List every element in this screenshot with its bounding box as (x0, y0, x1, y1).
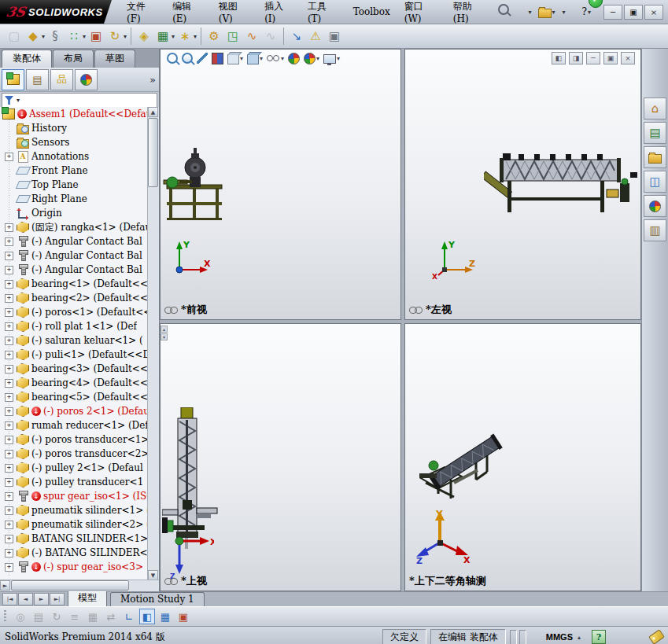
viewport-pane-top[interactable]: X Z *上视 (160, 323, 401, 591)
menu-item[interactable]: Toolbox (346, 3, 397, 20)
toolbar-button[interactable]: ◆ ▾ (24, 28, 45, 45)
quick-access-button[interactable]: ▾ (560, 7, 567, 17)
manager-tab-button[interactable] (2, 69, 24, 90)
toolbar-button[interactable]: ▦ ▾ (154, 28, 175, 45)
expander-icon[interactable] (5, 549, 13, 558)
tree-item[interactable]: rumah reducer<1> (Defaul (0, 418, 148, 432)
doc-window-button[interactable]: ◧ (552, 52, 566, 64)
expander-icon[interactable] (5, 252, 13, 260)
toolbar-button[interactable]: ▣ ▾ (87, 28, 105, 45)
tree-item[interactable]: Front Plane (0, 164, 148, 178)
tree-item[interactable]: bearing<4> (Default<<De (0, 376, 148, 390)
task-pane-button[interactable] (644, 146, 666, 168)
task-pane-button[interactable] (644, 195, 666, 217)
expander-icon[interactable] (5, 308, 13, 317)
hud-button[interactable]: ▾ (287, 52, 301, 65)
viewport-pane-isometric[interactable]: Y X Z *上下二等角轴测 (404, 323, 641, 591)
menu-item[interactable]: 编辑(E) (165, 0, 212, 28)
tree-item[interactable]: (-) saluran keluar<1> ( (0, 333, 148, 348)
hud-button[interactable]: ▾ (323, 52, 341, 64)
menu-item[interactable]: 视图(V) (212, 0, 257, 28)
tree-item[interactable]: pneumatik silinder<1> ( (0, 503, 148, 517)
expander-icon[interactable] (5, 223, 13, 232)
menu-item[interactable]: 文件(F) (120, 0, 165, 28)
motion-toolbar-button[interactable]: ▦ (157, 609, 173, 624)
expander-icon[interactable] (5, 153, 13, 161)
expander-icon[interactable] (5, 294, 13, 303)
motion-toolbar-button[interactable]: ▦ (85, 609, 101, 624)
manager-tab-button[interactable]: ▤ (26, 69, 49, 90)
tree-item[interactable]: bearing<5> (Default<<De (0, 390, 148, 404)
viewport-pane-front[interactable]: X Y *前视 (160, 49, 401, 320)
tree-item[interactable]: Annotations (0, 149, 148, 164)
menu-item[interactable]: 窗口(W) (397, 0, 446, 28)
tree-item[interactable]: (-) roll plat 1<1> (Def (0, 319, 148, 333)
tab-nav-button[interactable]: |◄ (2, 593, 17, 605)
expander-icon[interactable] (5, 421, 13, 430)
panel-tab[interactable]: 草图 (94, 50, 135, 68)
tag-icon[interactable] (648, 629, 665, 644)
tree-filter-box[interactable]: ▾ (2, 93, 157, 108)
tab-nav-button[interactable]: ►| (50, 593, 65, 605)
expander-icon[interactable] (5, 521, 13, 529)
toolbar-button[interactable]: ▣ ▾ (326, 28, 343, 45)
scroll-right-icon[interactable]: ► (0, 580, 10, 591)
task-pane-button[interactable]: ⌂ (644, 98, 666, 120)
expander-icon[interactable] (5, 351, 13, 359)
tree-item[interactable]: (-) pulley transducer<1 (0, 475, 148, 489)
document-tab[interactable]: Motion Study 1 (110, 592, 205, 606)
tree-item[interactable]: (固定) rangka<1> (Defaul (0, 220, 148, 234)
tree-item[interactable]: (-) poros transducer<2> (0, 447, 148, 461)
toolbar-button[interactable]: ◳ ▾ (224, 28, 242, 45)
doc-window-button[interactable]: ◨ (569, 52, 583, 64)
tree-vertical-scrollbar[interactable]: ▲ ▼ (147, 107, 159, 580)
units-selector[interactable]: MMGS (546, 632, 573, 642)
toolbar-button[interactable]: ∿ ▾ (262, 28, 279, 45)
task-pane-button[interactable]: ▤ (644, 122, 666, 144)
search-icon[interactable] (498, 4, 514, 20)
quick-access-button[interactable]: ▾ (526, 7, 533, 17)
expander-icon[interactable] (5, 322, 13, 331)
expand-panel-icon[interactable]: » (149, 74, 156, 86)
hud-button[interactable]: ▾ (227, 51, 244, 65)
document-tab[interactable]: 模型 (68, 590, 107, 606)
toolbar-button[interactable]: ▾ (283, 28, 284, 45)
scrollbar-thumb[interactable] (11, 580, 129, 591)
task-pane-button[interactable]: ▥ (644, 219, 666, 241)
tree-item[interactable]: (-) spur gear_iso<3> (0, 560, 148, 574)
tree-item[interactable]: (-) puli<1> (Default<<D (0, 348, 148, 362)
hud-button[interactable]: ▾ (166, 52, 179, 64)
quick-access-button[interactable]: ? ▾ (581, 5, 592, 19)
tree-item[interactable]: BATANG SILINDER<1> (Def (0, 532, 148, 546)
toolbar-button[interactable]: § ▾ (46, 28, 64, 45)
hud-button[interactable]: ▾ (303, 52, 320, 65)
quick-access-button[interactable]: ▾ (570, 7, 578, 17)
expander-icon[interactable] (5, 337, 13, 345)
expander-icon[interactable] (5, 478, 13, 487)
doc-window-button[interactable]: × (621, 52, 635, 64)
tree-item[interactable]: (-) Angular Contact Bal (0, 248, 148, 263)
tree-item[interactable]: bearing<1> (Default<<De (0, 277, 148, 291)
toolbar-button[interactable]: ▢ ▾ (6, 28, 23, 45)
expander-icon[interactable] (5, 393, 13, 402)
manager-tab-button[interactable]: 品 (50, 69, 73, 90)
motion-toolbar-button[interactable]: ∟ (121, 609, 137, 624)
restore-button[interactable]: ▣ (624, 5, 643, 20)
toolbar-button[interactable]: ▾ (201, 28, 201, 45)
panel-tab[interactable]: 布局 (53, 50, 94, 68)
tree-item[interactable]: (-) poros<1> (Default<< (0, 305, 148, 319)
quick-access-button[interactable]: ▾ (537, 5, 557, 20)
model-isometric-view[interactable] (410, 421, 516, 508)
model-front-view[interactable] (162, 145, 230, 224)
filter-caret-icon[interactable]: ▾ (17, 97, 20, 104)
tree-item[interactable]: (-) Angular Contact Bal (0, 263, 148, 277)
hud-button[interactable]: ▾ (196, 52, 209, 64)
expander-icon[interactable] (5, 506, 13, 515)
tree-item[interactable]: bearing<2> (Default<<De (0, 291, 148, 305)
toolbar-button[interactable]: ⚙ ▾ (205, 28, 223, 45)
toolbar-button[interactable]: ∷ ▾ (65, 28, 86, 45)
tree-item[interactable]: bearing<3> (Default<<De (0, 362, 148, 376)
task-pane-button[interactable]: ◫ (644, 171, 666, 193)
toolbar-button[interactable]: ⚠ ▾ (307, 28, 324, 45)
doc-window-button[interactable]: ▣ (603, 52, 618, 64)
